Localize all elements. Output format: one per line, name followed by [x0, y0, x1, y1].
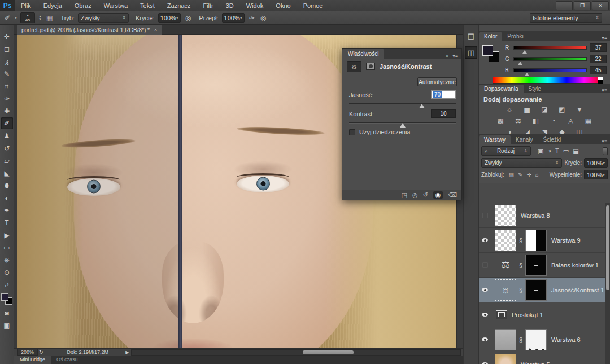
- brush-preset-picker[interactable]: • 45: [20, 12, 35, 23]
- layer-visibility-toggle[interactable]: [479, 327, 491, 352]
- document-tab[interactable]: portret.psd @ 200% (Jasność/Kontrast 1,R…: [17, 25, 162, 35]
- layer-mask-thumbnail[interactable]: [525, 279, 547, 301]
- layer-name[interactable]: Jasność/Kontrast 1: [551, 287, 604, 293]
- color-foreground-swatch[interactable]: [482, 45, 493, 56]
- filter-smart-objects-icon[interactable]: ⬓: [573, 147, 578, 155]
- color-balance-icon[interactable]: ⚖: [495, 255, 516, 276]
- color-spectrum-ramp[interactable]: [493, 77, 603, 84]
- layer-visibility-toggle[interactable]: [479, 302, 491, 327]
- eye-icon[interactable]: [482, 288, 488, 292]
- legacy-checkbox[interactable]: [349, 129, 355, 135]
- eraser-tool[interactable]: ▱: [1, 155, 13, 166]
- brightness-slider[interactable]: [349, 103, 456, 104]
- layer-name[interactable]: Warstwa 6: [551, 336, 581, 343]
- layer-visibility-toggle[interactable]: [479, 278, 491, 302]
- shape-layer-thumbnail[interactable]: [496, 310, 507, 319]
- menu-widok[interactable]: Widok: [240, 0, 270, 11]
- spectrum-bw-swatches[interactable]: [598, 77, 603, 84]
- layer-name[interactable]: Balans kolorów 1: [551, 262, 599, 269]
- layer-visibility-toggle[interactable]: [479, 352, 491, 364]
- collapse-panel-icon[interactable]: »: [446, 53, 448, 59]
- visibility-eye-icon[interactable]: ◉: [433, 191, 443, 199]
- gradient-tool[interactable]: ◣: [1, 167, 13, 179]
- contrast-slider-thumb[interactable]: [400, 123, 406, 128]
- reset-icon[interactable]: ↺: [423, 191, 428, 199]
- foreground-color-swatch[interactable]: [1, 293, 8, 301]
- contrast-field[interactable]: 10: [431, 109, 456, 118]
- tab-wlasciwosci[interactable]: Właściwości: [342, 49, 384, 59]
- filter-shape-layers-icon[interactable]: ▭: [563, 147, 569, 155]
- menu-3d[interactable]: 3D: [220, 0, 240, 11]
- eye-icon[interactable]: [482, 238, 488, 242]
- layer-row[interactable]: Warstwa 8: [479, 203, 605, 228]
- tab-style[interactable]: Style: [524, 85, 546, 93]
- screen-mode-icon[interactable]: ▣: [1, 319, 13, 331]
- view-previous-state-icon[interactable]: ◎: [412, 191, 418, 199]
- clone-stamp-tool[interactable]: ♟: [1, 130, 13, 142]
- opacity-field[interactable]: 100% ▾: [158, 13, 181, 23]
- menu-plik[interactable]: Plik: [15, 0, 37, 11]
- healing-brush-tool[interactable]: ✚: [1, 105, 13, 117]
- lock-transparency-icon[interactable]: ▨: [509, 172, 514, 178]
- tab-timeline[interactable]: Oś czasu: [51, 356, 84, 364]
- eye-icon[interactable]: [482, 337, 488, 341]
- menu-okno[interactable]: Okno: [269, 0, 297, 11]
- mask-link-icon[interactable]: §: [518, 237, 524, 244]
- lock-pixels-icon[interactable]: ✎: [518, 172, 522, 178]
- shape-tool[interactable]: ▭: [1, 242, 13, 253]
- status-sync-icon[interactable]: ↻: [38, 349, 45, 355]
- path-selection-tool[interactable]: ▶: [1, 229, 13, 241]
- channel-slider-thumb[interactable]: [525, 73, 529, 76]
- zoom-level-field[interactable]: 200%: [17, 349, 38, 356]
- layer-thumbnail[interactable]: [495, 205, 516, 226]
- move-tool[interactable]: ✛: [1, 30, 13, 42]
- minimize-button[interactable]: –: [556, 1, 573, 10]
- color-panel-swatches[interactable]: [482, 45, 499, 62]
- history-panel-icon[interactable]: ▤: [465, 29, 477, 42]
- channel-slider-thumb[interactable]: [522, 50, 527, 54]
- tab-sciezki[interactable]: Ścieżki: [538, 135, 567, 144]
- channel-slider-r[interactable]: [513, 46, 587, 50]
- restore-button[interactable]: ❐: [574, 1, 591, 10]
- layer-row[interactable]: §Warstwa 6: [479, 327, 605, 352]
- blend-mode-layer-select[interactable]: Zwykły ⇕: [481, 158, 562, 168]
- eyedropper-tool[interactable]: ✑: [1, 93, 13, 104]
- brightness-field[interactable]: 70: [431, 90, 456, 99]
- hand-tool[interactable]: ⎈: [1, 254, 13, 266]
- pressure-size-icon[interactable]: ◎: [259, 14, 267, 22]
- photo-filter-icon[interactable]: ◔: [547, 116, 560, 125]
- layer-row[interactable]: Warstwa 5: [479, 352, 605, 364]
- marquee-tool[interactable]: ◻: [1, 43, 13, 55]
- filter-adjustment-layers-icon[interactable]: ◑: [547, 147, 551, 155]
- flow-field[interactable]: 100% ▾: [222, 13, 245, 23]
- layer-row[interactable]: §Warstwa 9: [479, 228, 605, 253]
- layer-row[interactable]: ☼§Jasność/Kontrast 1: [479, 278, 605, 302]
- eye-empty-well[interactable]: [482, 213, 488, 218]
- layer-name[interactable]: Prostokąt 1: [512, 312, 543, 318]
- blur-tool[interactable]: ⬮: [1, 179, 13, 191]
- channel-value-field[interactable]: 45: [590, 66, 607, 74]
- brush-tool[interactable]: ✐: [1, 117, 13, 129]
- history-brush-tool[interactable]: ↺: [1, 142, 13, 154]
- layer-mask-thumbnail[interactable]: [525, 230, 547, 251]
- menu-warstwa[interactable]: Warstwa: [98, 0, 134, 11]
- color-lookup-icon[interactable]: ▦: [582, 116, 595, 125]
- layers-scrollbar[interactable]: [605, 203, 610, 364]
- brightness-contrast-icon[interactable]: ☼: [503, 105, 516, 113]
- layer-name[interactable]: Warstwa 8: [521, 212, 550, 219]
- channel-slider-b[interactable]: [513, 68, 587, 72]
- document-close-icon[interactable]: ×: [154, 27, 157, 33]
- lasso-tool[interactable]: ʓ: [1, 55, 13, 67]
- exposure-icon[interactable]: ◩: [556, 105, 568, 113]
- close-button[interactable]: ✕: [592, 1, 609, 10]
- mask-link-icon[interactable]: §: [518, 262, 524, 269]
- channel-value-field[interactable]: 37: [590, 43, 607, 52]
- layer-opacity-field[interactable]: 100% ▾: [584, 158, 608, 168]
- adjustments-panel-menu-icon[interactable]: ▾≡: [602, 87, 610, 93]
- eye-empty-well[interactable]: [482, 262, 488, 268]
- type-tool[interactable]: T: [1, 217, 13, 229]
- auto-button[interactable]: Automatycznie: [417, 77, 457, 86]
- tab-probki[interactable]: Próbki: [502, 32, 528, 41]
- quick-selection-tool[interactable]: ✎: [1, 68, 13, 80]
- color-balance-icon[interactable]: ⚖: [512, 116, 525, 125]
